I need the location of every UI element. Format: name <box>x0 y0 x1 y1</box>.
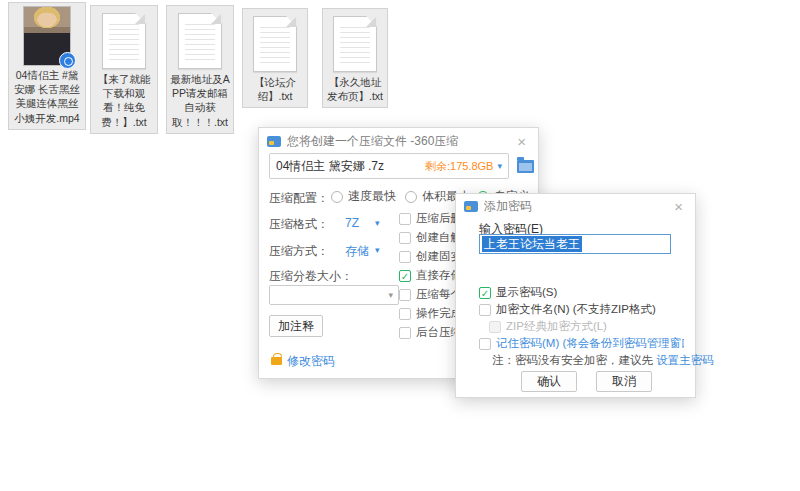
checkbox-zip-classic: ZIP经典加密方式(L) <box>489 319 694 334</box>
browse-folder-icon[interactable] <box>517 160 534 173</box>
format-label: 压缩格式： <box>269 216 329 233</box>
file-name: 最新地址及APP请发邮箱自动获取！！！.txt <box>167 71 233 133</box>
archive-filename: 04情侣主 黛安娜 .7z <box>276 158 419 175</box>
method-label: 压缩方式： <box>269 243 329 260</box>
add-comment-button[interactable]: 加注释 <box>269 315 323 337</box>
volume-size-label: 压缩分卷大小： <box>269 268 353 285</box>
format-value[interactable]: 7Z <box>345 216 359 230</box>
compress-dialog-titlebar[interactable]: 您将创建一个压缩文件 -360压缩 × <box>259 128 538 154</box>
checkbox-remember-password[interactable]: 记住密码(M) (将会备份到密码管理窗口中) <box>479 336 684 351</box>
file-tile-txt-3[interactable]: 【论坛介绍】.txt <box>242 8 308 108</box>
video-player-icon <box>59 52 76 69</box>
checkbox-icon <box>399 308 411 320</box>
lock-icon <box>271 357 282 365</box>
radio-icon <box>405 191 417 203</box>
password-input[interactable]: 上老王论坛当老王 <box>479 234 671 254</box>
method-value[interactable]: 存储 <box>345 243 369 260</box>
checkbox-icon <box>399 251 411 263</box>
video-thumbnail <box>23 6 71 66</box>
checkbox-disabled-icon <box>489 321 501 333</box>
checkbox-icon <box>479 304 491 316</box>
file-name: 【来了就能下载和观看！纯免费！】.txt <box>91 71 157 133</box>
password-selected-text: 上老王论坛当老王 <box>482 236 582 252</box>
chevron-down-icon[interactable]: ▾ <box>375 245 380 255</box>
close-icon[interactable]: × <box>670 197 687 216</box>
chevron-down-icon[interactable]: ▾ <box>375 218 380 228</box>
space-remaining: 剩余:175.8GB <box>425 159 493 174</box>
chevron-down-icon[interactable]: ▾ <box>497 161 502 171</box>
modify-password-link[interactable]: 修改密码 <box>271 353 335 370</box>
archive-app-icon <box>464 201 478 212</box>
text-file-icon <box>178 13 222 69</box>
dialog-title: 添加密码 <box>484 198 670 215</box>
close-icon[interactable]: × <box>513 132 530 151</box>
file-tile-txt-1[interactable]: 【来了就能下载和观看！纯免费！】.txt <box>90 5 158 134</box>
chevron-down-icon: ▾ <box>388 290 393 300</box>
checkbox-icon <box>479 338 491 350</box>
file-tile-txt-2[interactable]: 最新地址及APP请发邮箱自动获取！！！.txt <box>166 5 234 134</box>
checkbox-show-password[interactable]: ✓ 显示密码(S) <box>479 285 684 300</box>
password-note: 注：密码没有安全加密，建议先 设置主密码 <box>492 353 714 368</box>
file-name: 04情侣主 #黛安娜 长舌黑丝美腿连体黑丝小姨开发.mp4 <box>9 67 85 129</box>
checkbox-icon <box>399 213 411 225</box>
password-dialog-titlebar[interactable]: 添加密码 × <box>456 194 695 218</box>
text-file-icon <box>102 13 146 69</box>
radio-fastest[interactable]: 速度最快 <box>331 188 396 205</box>
file-tile-txt-4[interactable]: 【永久地址发布页】.txt <box>322 8 388 108</box>
checkbox-encrypt-filenames[interactable]: 加密文件名(N) (不支持ZIP格式) <box>479 302 684 317</box>
checkbox-icon <box>399 289 411 301</box>
volume-size-select[interactable]: ▾ <box>269 285 399 305</box>
checkbox-checked-icon: ✓ <box>399 270 411 282</box>
file-name: 【永久地址发布页】.txt <box>323 74 387 107</box>
archive-name-input[interactable]: 04情侣主 黛安娜 .7z 剩余:175.8GB ▾ <box>269 153 509 179</box>
text-file-icon <box>253 16 297 72</box>
checkbox-checked-icon: ✓ <box>479 287 491 299</box>
confirm-button[interactable]: 确认 <box>521 371 577 392</box>
add-password-dialog: 添加密码 × 输入密码(E) 上老王论坛当老王 ✓ 显示密码(S) 加密文件名(… <box>455 193 696 398</box>
checkbox-icon <box>399 327 411 339</box>
set-master-password-link[interactable]: 设置主密码 <box>656 354 714 366</box>
cancel-button[interactable]: 取消 <box>596 371 652 392</box>
checkbox-icon <box>399 232 411 244</box>
dialog-title: 您将创建一个压缩文件 -360压缩 <box>287 133 513 150</box>
file-tile-video[interactable]: 04情侣主 #黛安娜 长舌黑丝美腿连体黑丝小姨开发.mp4 <box>8 2 86 130</box>
radio-icon <box>331 191 343 203</box>
config-label: 压缩配置： <box>269 190 329 207</box>
archive-app-icon <box>267 136 281 147</box>
file-name: 【论坛介绍】.txt <box>243 74 307 107</box>
text-file-icon <box>333 16 377 72</box>
